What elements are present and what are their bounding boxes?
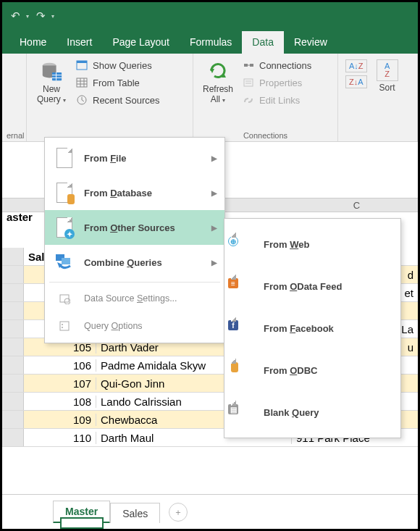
- tab-page-layout[interactable]: Page Layout: [102, 31, 180, 54]
- svg-rect-3: [52, 72, 62, 80]
- submenu-from-web[interactable]: ⊕ From Web: [224, 223, 400, 265]
- show-queries-button[interactable]: Show Queries: [73, 57, 163, 74]
- menu-from-file[interactable]: From File ▶: [45, 141, 224, 175]
- submenu-odbc-label: From ODBC: [264, 365, 317, 376]
- menu-from-file-label: From File: [84, 153, 127, 164]
- menu-separator: [49, 282, 220, 283]
- sort-icon: AZ: [377, 59, 398, 81]
- properties-label: Properties: [259, 78, 302, 88]
- database-icon: [54, 183, 75, 203]
- new-query-label-2: Query: [37, 94, 61, 104]
- tab-data[interactable]: Data: [242, 31, 284, 54]
- settings-icon: [54, 288, 75, 309]
- svg-rect-30: [60, 322, 69, 330]
- connections-icon: [243, 60, 256, 70]
- tab-formulas[interactable]: Formulas: [180, 31, 242, 54]
- menu-combine-queries[interactable]: Combine Queries ▶: [45, 245, 224, 280]
- redo-button[interactable]: ↷: [33, 8, 49, 24]
- menu-from-database[interactable]: From Database ▶: [45, 175, 224, 210]
- submenu-from-odata[interactable]: ≡ From OData Feed: [224, 265, 400, 307]
- menu-settings-label: Data Source Settings...: [84, 293, 177, 304]
- facebook-icon: f: [235, 317, 253, 339]
- options-icon: [54, 316, 75, 336]
- menu-from-other-label: From Other Sources: [84, 222, 175, 233]
- new-query-label-1: New: [43, 85, 60, 95]
- submenu-arrow-icon: ▶: [211, 154, 217, 162]
- other-sources-icon: ✦: [54, 217, 75, 238]
- tab-review[interactable]: Review: [284, 31, 337, 54]
- submenu-from-facebook[interactable]: f From Facebook: [224, 307, 400, 349]
- properties-button: Properties: [240, 74, 314, 91]
- chevron-down-icon: ▾: [63, 97, 66, 104]
- edit-links-icon: [243, 95, 256, 105]
- recent-sources-icon: [76, 94, 89, 106]
- cell-fragment: aster: [2, 209, 37, 225]
- menu-options-label: Query Options: [84, 321, 143, 331]
- undo-button[interactable]: ↶: [8, 8, 23, 24]
- submenu-arrow-icon: ▶: [211, 259, 217, 267]
- odata-icon: ≡: [235, 275, 253, 297]
- refresh-icon: [206, 59, 230, 83]
- show-queries-icon: [76, 60, 89, 70]
- submenu-arrow-icon: ▶: [211, 224, 217, 232]
- menu-from-database-label: From Database: [84, 188, 152, 198]
- tab-home[interactable]: Home: [9, 31, 56, 54]
- svg-line-16: [82, 100, 84, 101]
- svg-rect-26: [62, 258, 70, 264]
- svg-point-29: [64, 298, 70, 304]
- cell[interactable]: 109: [24, 414, 96, 426]
- sort-az-icon[interactable]: A↓Z: [345, 59, 367, 72]
- properties-icon: [243, 78, 256, 88]
- submenu-web-label: From Web: [264, 239, 309, 250]
- active-cell-cursor: [60, 517, 104, 529]
- submenu-arrow-icon: ▶: [211, 189, 217, 197]
- svg-rect-19: [244, 64, 248, 67]
- svg-rect-20: [250, 64, 253, 67]
- menu-query-options[interactable]: Query Options: [45, 312, 224, 340]
- edit-links-label: Edit Links: [259, 95, 300, 106]
- cell[interactable]: 107: [24, 377, 96, 390]
- refresh-all-label-2: All: [211, 94, 220, 104]
- redo-dropdown-icon[interactable]: ▾: [51, 13, 54, 20]
- sort-button[interactable]: AZ Sort: [370, 57, 405, 138]
- refresh-all-button[interactable]: Refresh All ▾: [198, 57, 238, 130]
- from-table-icon: [76, 78, 89, 88]
- submenu-from-odbc[interactable]: From ODBC: [224, 349, 400, 391]
- svg-point-31: [62, 324, 63, 325]
- menu-data-source-settings[interactable]: Data Source Settings...: [45, 285, 224, 312]
- new-query-button[interactable]: New Query ▾: [31, 57, 72, 138]
- svg-rect-22: [244, 79, 253, 86]
- cell[interactable]: 110: [24, 432, 96, 444]
- file-icon: [54, 148, 75, 168]
- odbc-icon: [235, 359, 253, 381]
- ribbon-data: ernal New Query ▾: [2, 54, 418, 142]
- from-table-button[interactable]: From Table: [73, 74, 163, 91]
- cell[interactable]: 106: [24, 359, 96, 372]
- svg-rect-9: [77, 78, 87, 87]
- submenu-blank-label: Blank Query: [264, 407, 319, 418]
- recent-sources-label: Recent Sources: [93, 95, 160, 106]
- blank-query-icon: ▤: [235, 401, 253, 423]
- menu-from-other-sources[interactable]: ✦ From Other Sources ▶: [45, 210, 224, 245]
- connections-label: Connections: [259, 60, 311, 71]
- new-query-menu: From File ▶ From Database ▶ ✦ From Other…: [44, 137, 225, 343]
- submenu-blank-query[interactable]: ▤ Blank Query: [224, 391, 400, 433]
- undo-dropdown-icon[interactable]: ▾: [26, 13, 29, 20]
- recent-sources-button[interactable]: Recent Sources: [73, 91, 163, 109]
- new-query-icon: [40, 59, 63, 83]
- from-table-label: From Table: [93, 78, 140, 88]
- quick-access-toolbar: ↶ ▾ ↷ ▾: [2, 2, 418, 30]
- sort-za-icon[interactable]: Z↓A: [345, 75, 367, 88]
- add-sheet-button[interactable]: ＋: [169, 503, 188, 522]
- from-other-sources-submenu: ⊕ From Web ≡ From OData Feed f From Face…: [224, 218, 401, 438]
- connections-button[interactable]: Connections: [240, 57, 314, 74]
- show-queries-label: Show Queries: [93, 60, 152, 71]
- sort-label: Sort: [379, 83, 395, 93]
- refresh-all-label-1: Refresh: [203, 85, 233, 95]
- menu-combine-label: Combine Queries: [84, 257, 162, 268]
- tab-insert[interactable]: Insert: [56, 31, 102, 54]
- cell[interactable]: 108: [24, 396, 96, 408]
- sheet-tab-sales[interactable]: Sales: [110, 503, 160, 524]
- submenu-facebook-label: From Facebook: [264, 323, 334, 334]
- submenu-odata-label: From OData Feed: [264, 281, 342, 292]
